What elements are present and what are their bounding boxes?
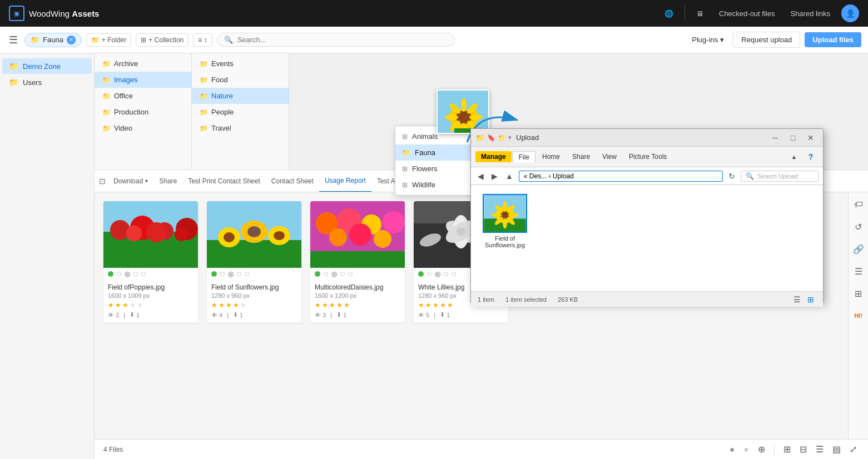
asset-info-sunflowers: Field of Sunflowers.jpg 1280 x 960 px ★ … <box>207 279 301 323</box>
win-ribbon-expand[interactable]: ▲ <box>786 149 802 164</box>
zoom-in-button[interactable]: ● <box>741 443 751 456</box>
nav-item-video[interactable]: 📁 Video <box>95 120 191 136</box>
new-folder-button[interactable]: 📁 + Folder <box>86 33 131 47</box>
asset-stars: ★ ★ ★ ★ ★ <box>315 301 400 309</box>
win-file-content: Field of Sunflowers.jpg <box>471 185 823 291</box>
action-contact-sheet[interactable]: Contact Sheet <box>266 170 319 192</box>
fullscreen-button[interactable]: ⤢ <box>847 443 859 456</box>
hi-icon[interactable]: HI! <box>851 308 866 323</box>
win-help-button[interactable]: ? <box>803 149 819 164</box>
win-list-view-button[interactable]: ☰ <box>791 294 803 305</box>
sidebar: 📁 Demo Zone 📁 Users <box>0 53 95 459</box>
sidebar-item-demo-zone[interactable]: 📁 Demo Zone <box>2 58 92 74</box>
list-button[interactable]: ☰ <box>814 443 826 456</box>
action-usage-report[interactable]: Usage Report <box>319 170 371 192</box>
action-share[interactable]: Share <box>153 170 182 192</box>
link-icon[interactable]: 🔗 <box>851 241 866 257</box>
download-icon: ⬇ <box>440 311 445 318</box>
folder-name: Fauna <box>43 36 63 44</box>
filter-icon[interactable]: ⊡ <box>99 177 106 186</box>
win-minimize-button[interactable]: ─ <box>767 130 783 146</box>
nav-item-archive[interactable]: 📁 Archive <box>95 56 191 72</box>
plugins-button[interactable]: Plug-ins ▾ <box>687 33 728 46</box>
win-item-count: 1 item <box>478 296 494 303</box>
win-back-button[interactable]: ◀ <box>475 171 486 182</box>
zoom-out-button[interactable]: ● <box>727 443 737 456</box>
win-title-bookmark: 🔖 <box>487 134 495 142</box>
win-up-button[interactable]: ▲ <box>503 171 515 182</box>
download-icon: ⬇ <box>130 311 135 318</box>
zoom-plus-button[interactable]: ⊕ <box>756 443 767 456</box>
nav-item-events[interactable]: 📁 Events <box>192 56 289 72</box>
grid-icon: ⊞ <box>402 133 408 141</box>
win-address-path[interactable]: « Des... › Upload <box>519 171 723 182</box>
sidebar-label: Users <box>23 78 42 87</box>
logo-icon: ▣ <box>9 6 24 21</box>
win-close-button[interactable]: ✕ <box>803 130 819 146</box>
star-2: ★ <box>322 301 328 309</box>
sidebar-item-users[interactable]: 📁 Users <box>2 74 92 90</box>
win-file-item[interactable]: Field of Sunflowers.jpg <box>480 194 530 248</box>
tag-icon[interactable]: 🏷 <box>851 197 866 212</box>
globe-button[interactable]: 🌐 <box>660 7 678 20</box>
svg-point-41 <box>374 230 391 248</box>
zoom-controls: ● ● ⊕ ⊞ ⊟ ☰ ▤ ⤢ <box>727 443 859 456</box>
win-tab-picture-tools[interactable]: Picture Tools <box>623 151 672 162</box>
win-refresh-button[interactable]: ↻ <box>726 171 737 182</box>
nav-item-images[interactable]: 📁 Images <box>95 72 191 88</box>
nav-item-food[interactable]: 📁 Food <box>192 72 289 88</box>
grid-small-button[interactable]: ⊟ <box>797 443 809 456</box>
nav-item-nature[interactable]: 📁 Nature <box>192 88 289 104</box>
status-dot <box>108 271 113 277</box>
nav-item-travel[interactable]: 📁 Travel <box>192 120 289 136</box>
monitor-button[interactable]: 🖥 <box>692 7 708 20</box>
new-collection-button[interactable]: ⊞ + Collection <box>136 33 189 47</box>
asset-icons: ◎ <box>207 268 301 279</box>
columns-icon[interactable]: ☰ <box>851 263 866 279</box>
asset-dims: 1280 x 960 px <box>211 292 297 299</box>
win-title-arrow: ▾ <box>508 134 512 141</box>
action-test-print[interactable]: Test Print Contact Sheet <box>182 170 265 192</box>
downloads-count: ⬇ 1 <box>336 311 346 318</box>
win-search-text[interactable]: Search Upload <box>757 173 798 179</box>
current-folder-pill: 📁 Fauna ✕ <box>24 33 82 47</box>
search-box: 🔍 <box>217 33 455 47</box>
status-dot-empty <box>117 272 121 276</box>
asset-card-daisies[interactable]: ◎ MulticoloredDaisies.jpg 1600 x 1200 px… <box>310 201 405 323</box>
avatar[interactable]: 👤 <box>841 4 859 22</box>
win-path-text: « Des... › Upload <box>524 172 574 180</box>
sidebar-toggle[interactable]: ☰ <box>7 32 20 48</box>
asset-card-poppies[interactable]: ◎ Field ofPoppies.jpg 1600 x 1009 px ★ ★… <box>103 201 198 323</box>
nav-item-people[interactable]: 📁 People <box>192 104 289 120</box>
win-grid-view-button[interactable]: ⊞ <box>805 294 816 305</box>
clear-folder-button[interactable]: ✕ <box>67 36 76 44</box>
nav-divider <box>685 6 685 21</box>
nav-item-production[interactable]: 📁 Production <box>95 104 191 120</box>
upload-files-button[interactable]: Upload files <box>805 32 861 47</box>
search-input[interactable] <box>237 36 448 44</box>
request-upload-button[interactable]: Request upload <box>733 32 800 48</box>
grid-view-icon[interactable]: ⊞ <box>851 286 866 301</box>
action-download[interactable]: Download ▾ <box>108 170 153 192</box>
status-dot <box>211 271 217 277</box>
win-ribbon-manage[interactable]: Manage <box>475 151 512 162</box>
win-tab-file[interactable]: File <box>513 151 535 163</box>
grid-large-button[interactable]: ⊞ <box>781 443 793 456</box>
win-maximize-button[interactable]: □ <box>785 130 801 146</box>
star-1: ★ <box>108 301 114 309</box>
checked-out-button[interactable]: Checked-out files <box>715 7 779 20</box>
rotate-icon[interactable]: ↺ <box>851 219 866 235</box>
asset-card-sunflowers[interactable]: ◎ Field of Sunflowers.jpg 1280 x 960 px … <box>207 201 301 323</box>
shared-links-button[interactable]: Shared links <box>786 7 835 20</box>
win-tab-share[interactable]: Share <box>567 151 596 162</box>
nav-item-office[interactable]: 📁 Office <box>95 88 191 104</box>
views-count: 👁 4 <box>211 312 222 318</box>
status-dot-empty3 <box>452 272 456 276</box>
detail-button[interactable]: ▤ <box>830 443 843 456</box>
asset-info-daisies: MulticoloredDaisies.jpg 1600 x 1200 px ★… <box>310 279 405 323</box>
win-tab-view[interactable]: View <box>597 151 622 162</box>
svg-point-62 <box>491 213 502 217</box>
win-forward-button[interactable]: ▶ <box>489 171 500 182</box>
win-tab-home[interactable]: Home <box>537 151 566 162</box>
sort-button[interactable]: ≡ ↕ <box>193 33 212 47</box>
